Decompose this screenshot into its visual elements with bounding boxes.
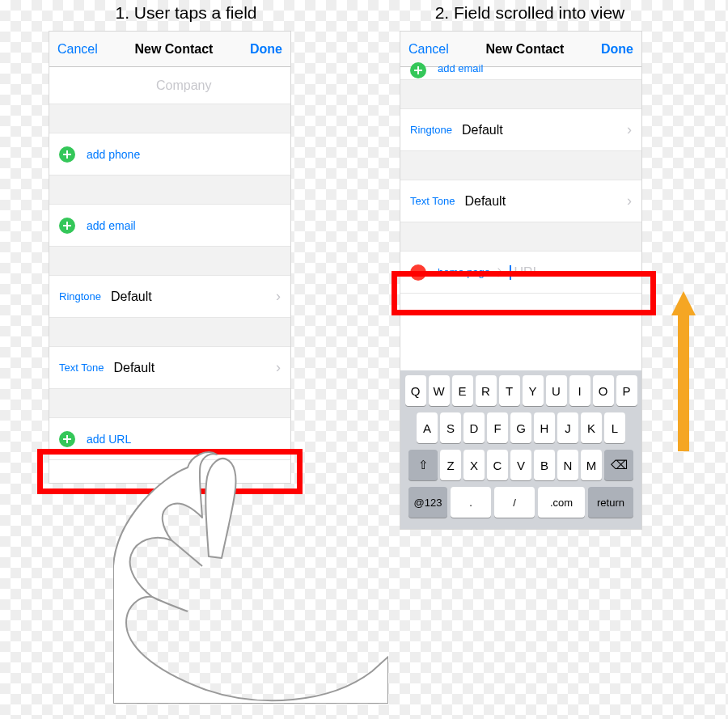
key-i[interactable]: I [569,375,590,406]
add-url-label: add URL [87,433,131,446]
section-spacer [49,176,290,205]
key-period[interactable]: . [451,487,491,518]
key-numbers[interactable]: @123 [408,487,447,518]
section-spacer [49,247,290,276]
text-tone-label: Text Tone [410,195,455,207]
key-b[interactable]: B [534,450,555,480]
caption-step-1: 1. User taps a field [81,3,291,23]
section-spacer [400,151,641,180]
key-l[interactable]: L [604,412,625,443]
key-shift[interactable]: ⇧ [408,450,438,480]
key-d[interactable]: D [463,412,485,443]
plus-icon [59,218,75,234]
hand-tap-icon [113,445,388,704]
plus-icon [59,146,75,163]
text-tone-row[interactable]: Text Tone Default › [400,180,641,222]
soft-keyboard: Q W E R T Y U I O P A S D F G H J K L ⇧ … [400,370,641,529]
key-n[interactable]: N [557,450,578,480]
keyboard-row-1: Q W E R T Y U I O P [404,375,638,406]
key-j[interactable]: J [557,412,578,443]
key-backspace[interactable]: ⌫ [604,450,633,480]
key-return[interactable]: return [588,487,633,518]
key-q[interactable]: Q [405,375,426,406]
text-cursor [510,265,511,280]
chevron-right-icon [493,268,502,277]
ringtone-value: Default [111,290,152,304]
navbar: Cancel New Contact Done [400,32,641,67]
section-spacer [49,318,290,347]
plus-icon [59,431,75,447]
key-v[interactable]: V [510,450,531,480]
key-slash[interactable]: / [494,487,535,518]
done-button[interactable]: Done [250,42,282,57]
cancel-button[interactable]: Cancel [408,42,449,57]
text-tone-label: Text Tone [59,362,104,374]
key-x[interactable]: X [463,450,485,480]
text-tone-value: Default [464,194,506,209]
section-spacer [400,294,641,323]
key-e[interactable]: E [452,375,473,406]
add-phone-label: add phone [87,148,140,161]
key-dotcom[interactable]: .com [538,487,585,518]
navbar: Cancel New Contact Done [49,32,290,67]
text-tone-value: Default [113,361,154,375]
phone-screen-before: Cancel New Contact Done Company add phon… [49,31,291,484]
chevron-right-icon: › [276,288,281,305]
keyboard-row-3: ⇧ Z X C V B N M ⌫ [404,450,638,480]
add-email-row-partial[interactable]: add email [400,67,641,80]
done-button[interactable]: Done [601,42,633,57]
add-phone-row[interactable]: add phone [49,133,290,176]
nav-title: New Contact [134,42,213,57]
phone-screen-after: Cancel New Contact Done add email Ringto… [400,31,642,530]
chevron-right-icon: › [627,121,632,138]
key-g[interactable]: G [510,412,531,443]
key-c[interactable]: C [487,450,508,480]
key-t[interactable]: T [499,375,520,406]
scroll-up-arrow-icon [671,291,696,451]
ringtone-value: Default [462,123,503,137]
add-email-row[interactable]: add email [49,205,290,247]
keyboard-row-4: @123 . / .com return [404,487,638,518]
key-z[interactable]: Z [440,450,461,480]
key-o[interactable]: O [593,375,614,406]
key-k[interactable]: K [581,412,602,443]
section-spacer [49,104,290,133]
ringtone-row[interactable]: Ringtone Default › [49,276,290,318]
nav-title: New Contact [485,42,564,57]
ringtone-label: Ringtone [59,290,101,302]
url-input-row[interactable]: home page URL [400,252,641,294]
company-field[interactable]: Company [49,67,290,104]
section-spacer [49,389,290,418]
key-s[interactable]: S [440,412,461,443]
plus-icon [410,62,426,78]
chevron-right-icon: › [276,359,281,376]
section-spacer [400,222,641,252]
section-spacer [400,80,641,109]
cancel-button[interactable]: Cancel [57,42,98,57]
ringtone-label: Ringtone [410,124,452,136]
key-m[interactable]: M [581,450,602,480]
caption-step-2: 2. Field scrolled into view [396,3,663,23]
key-r[interactable]: R [476,375,497,406]
add-email-label: add email [87,219,136,232]
text-tone-row[interactable]: Text Tone Default › [49,347,290,389]
key-w[interactable]: W [429,375,450,406]
key-a[interactable]: A [417,412,438,443]
add-email-label: add email [438,62,483,74]
key-p[interactable]: P [616,375,637,406]
minus-icon[interactable] [410,264,426,281]
key-h[interactable]: H [534,412,555,443]
company-placeholder: Company [156,78,211,93]
key-y[interactable]: Y [523,375,544,406]
ringtone-row[interactable]: Ringtone Default › [400,109,641,151]
chevron-right-icon: › [627,192,632,209]
url-placeholder: URL [514,265,540,280]
key-u[interactable]: U [546,375,567,406]
keyboard-row-2: A S D F G H J K L [404,412,638,443]
add-url-row[interactable]: add URL [49,418,290,460]
key-f[interactable]: F [487,412,508,443]
url-type-label[interactable]: home page [438,266,490,278]
